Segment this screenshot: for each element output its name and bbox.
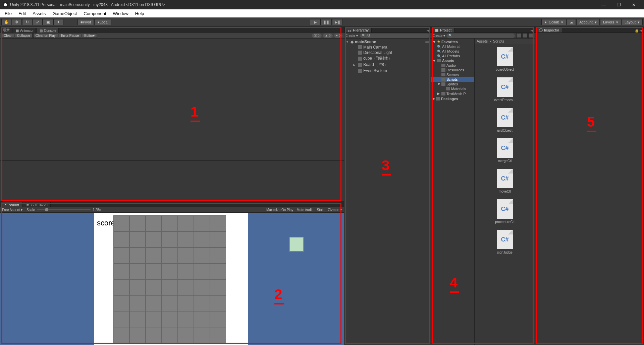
error-count[interactable]: ●0 [334, 33, 342, 38]
hand-tool[interactable]: ✋ [1, 19, 11, 25]
tab-hierarchy[interactable]: ☷Hierarchy [344, 27, 372, 32]
project-tree-item[interactable]: Materials [431, 86, 474, 91]
warn-count[interactable]: ▲0 [323, 33, 333, 38]
item-label: cube（预制体） [363, 56, 392, 61]
tab-inspector[interactable]: ⓘInspector [536, 27, 562, 32]
play-button[interactable]: ▶ [310, 19, 321, 25]
filter-icon[interactable] [516, 33, 522, 38]
collab-dropdown[interactable]: ● Collab ▾ [541, 19, 566, 25]
project-tree-item[interactable]: 🔍All Prefabs [431, 54, 474, 58]
expand-icon[interactable]: ▶ [353, 63, 357, 67]
project-create[interactable]: Create ▾ [432, 34, 445, 38]
gizmos-dropdown[interactable]: Gizmos ▾ [328, 208, 342, 212]
folder-icon [441, 68, 445, 72]
step-button[interactable]: ▶❚ [332, 19, 343, 25]
hierarchy-item[interactable]: EventSystem [344, 68, 431, 73]
move-tool[interactable]: ✥ [12, 19, 22, 25]
rotate-tool[interactable]: ↻ [22, 19, 32, 25]
breadcrumb-assets[interactable]: Assets [477, 39, 488, 43]
filter2-icon[interactable] [522, 33, 528, 38]
grid-cell [129, 296, 146, 312]
tab-game[interactable]: ▸Game [1, 202, 22, 207]
tab-console[interactable]: ▤Console [37, 28, 59, 33]
console-clear[interactable]: Clear [1, 33, 14, 38]
script-asset[interactable]: C#mergeCtl [497, 138, 513, 163]
menu-gameobject[interactable]: GameObject [49, 10, 80, 17]
project-tree-item[interactable]: ▶Packages [431, 96, 474, 101]
script-asset[interactable]: C#boardObject [496, 47, 514, 71]
hierarchy-item[interactable]: Directional Light [344, 50, 431, 55]
hierarchy-item[interactable]: Main Camera [344, 45, 431, 50]
mute-toggle[interactable]: Mute Audio [297, 208, 313, 212]
favorite-icon[interactable] [528, 33, 534, 38]
grid-cell [129, 231, 146, 248]
hierarchy-item[interactable]: ▶Board（7*8） [344, 62, 431, 68]
aspect-dropdown[interactable]: Free Aspect ▾ [2, 208, 22, 212]
pause-button[interactable]: ❚❚ [321, 19, 332, 25]
menu-component[interactable]: Component [80, 10, 109, 17]
project-tree-item[interactable]: 🔍All Material [431, 44, 474, 49]
hierarchy-search[interactable]: 🔍All [360, 33, 430, 38]
console-collapse[interactable]: Collapse [15, 33, 33, 38]
maximize-button[interactable]: ❐ [611, 0, 626, 9]
tab-scene[interactable]: 场景 [1, 27, 12, 33]
menu-edit[interactable]: Edit [15, 10, 29, 17]
transform-tool[interactable]: ✦ [53, 19, 63, 25]
close-button[interactable]: ✕ [626, 0, 641, 9]
project-tree-item[interactable]: ▼Sprites [431, 82, 474, 86]
account-dropdown[interactable]: Account ▾ [576, 19, 600, 25]
scale-tool[interactable]: ⤢ [33, 19, 43, 25]
tab-animator[interactable]: ▦Animator [13, 28, 36, 33]
tab-animation[interactable]: ◉Animation [23, 202, 51, 207]
menu-file[interactable]: File [1, 10, 15, 17]
hierarchy-create[interactable]: Create ▾ [345, 34, 358, 38]
script-asset[interactable]: C#eventProces... [494, 77, 516, 102]
csharp-icon: C# [497, 169, 513, 188]
scene-options-icon[interactable]: ▪≡ [425, 40, 429, 44]
scene-tab-label: 场景 [3, 28, 10, 32]
project-tree-item[interactable]: ▶TextMesh P [431, 91, 474, 96]
script-asset[interactable]: C#girdObject [497, 108, 513, 132]
console-editor[interactable]: Editor ▾ [82, 33, 97, 38]
stats-toggle[interactable]: Stats [317, 208, 325, 212]
project-tree-item[interactable]: Scenes [431, 72, 474, 77]
console-content [0, 39, 344, 161]
breadcrumb-scripts[interactable]: Scripts [493, 39, 504, 43]
hierarchy-item[interactable]: cube（预制体） [344, 55, 431, 62]
folder-icon [441, 92, 445, 95]
pivot-toggle[interactable]: ■ Pivot [77, 19, 94, 25]
script-asset[interactable]: C#moveCtl [497, 169, 513, 193]
maximize-toggle[interactable]: Maximize On Play [266, 208, 293, 212]
project-tree-item[interactable]: Scripts [431, 77, 474, 82]
console-clear-on-play[interactable]: Clear on Play [33, 33, 58, 38]
project-tree-item[interactable]: 🔍All Models [431, 49, 474, 54]
panel-menu-icon[interactable]: ▪≡ [529, 29, 535, 32]
project-search[interactable]: 🔍 [446, 33, 515, 38]
lock-icon[interactable]: 🔒 ▪≡ [633, 29, 644, 32]
layers-dropdown[interactable]: Layers ▾ [600, 19, 621, 25]
folder-icon [441, 82, 445, 86]
game-view[interactable]: score: 0 [0, 213, 344, 345]
scale-slider[interactable] [37, 209, 91, 210]
panel-menu-icon[interactable]: ▪≡ [425, 29, 431, 32]
script-asset[interactable]: C#procedureCtl [495, 199, 514, 224]
script-asset[interactable]: C#signJudge [497, 230, 513, 254]
project-tree-item[interactable]: Audio [431, 63, 474, 68]
project-tree-item[interactable]: ▼Assets [431, 58, 474, 63]
project-tree-item[interactable]: Resources [431, 68, 474, 72]
minimize-button[interactable]: — [596, 0, 611, 9]
info-count[interactable]: ⓘ0 [312, 33, 322, 38]
scene-root[interactable]: ▼ ◈ mainScene ▪≡ [344, 39, 431, 45]
tab-project[interactable]: ▦Project [432, 27, 454, 32]
console-error-pause[interactable]: Error Pause [59, 33, 81, 38]
cloud-button[interactable]: ☁ [567, 19, 576, 25]
menu-help[interactable]: Help [132, 10, 148, 17]
local-toggle[interactable]: ● Local [94, 19, 111, 25]
layout-dropdown[interactable]: Layout ▾ [622, 19, 643, 25]
expand-icon[interactable]: ▼ [346, 40, 349, 44]
rect-tool[interactable]: ▣ [43, 19, 53, 25]
project-tree-item[interactable]: ▼★Favorites [431, 39, 474, 44]
project-panel: ▦Project ▪≡ Create ▾ 🔍 ▼★Favorites🔍All M… [431, 27, 535, 345]
menu-assets[interactable]: Assets [29, 10, 49, 17]
menu-window[interactable]: Window [110, 10, 132, 17]
